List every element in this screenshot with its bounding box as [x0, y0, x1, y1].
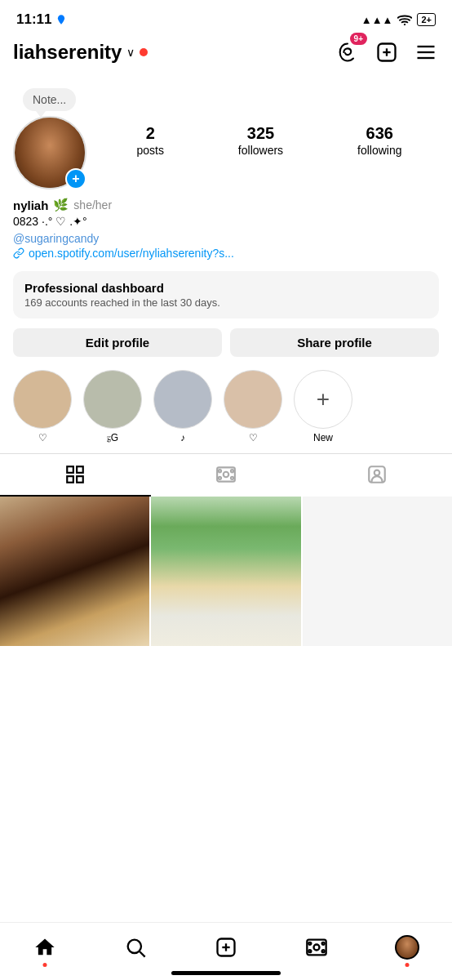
posts-count: 2 [136, 124, 163, 143]
header-icons: 9+ [335, 39, 439, 65]
dashboard-title: Professional dashboard [24, 281, 428, 295]
status-bar: 11:11 ▲▲▲ 2+ [0, 0, 452, 34]
nav-add[interactable] [206, 931, 246, 964]
header: liahserenity ∨ 9+ [0, 34, 452, 74]
search-icon [124, 936, 147, 959]
wifi-icon [397, 14, 412, 25]
followers-label: followers [238, 144, 283, 157]
bio-line1: 0823 ·.° ♡ .✦° [13, 214, 439, 230]
add-content-button[interactable] [374, 39, 400, 65]
tab-grid[interactable] [0, 454, 151, 497]
story-label-4: ♡ [249, 432, 258, 443]
spotify-url[interactable]: open.spotify.com/user/nyliahserenity?s..… [29, 247, 234, 260]
story-3[interactable]: ♪ [153, 370, 212, 443]
grid-cell-1[interactable] [0, 497, 149, 646]
photo-grid [0, 497, 452, 646]
tab-tagged[interactable] [301, 454, 452, 497]
story-new-label: New [313, 432, 333, 443]
story-label-1: ♡ [38, 432, 47, 443]
story-label-3: ♪ [180, 432, 185, 443]
dashboard-subtitle: 169 accounts reached in the last 30 days… [24, 296, 428, 309]
username-area: liahserenity ∨ [13, 41, 335, 64]
add-story-circle[interactable]: + [294, 370, 352, 429]
battery-icon: 2+ [417, 13, 436, 26]
svg-point-29 [321, 950, 324, 952]
story-new[interactable]: + New [294, 370, 352, 443]
svg-point-28 [308, 950, 311, 952]
bio-section: nyliah 🌿 she/her 0823 ·.° ♡ .✦° @sugarin… [0, 189, 452, 260]
avatar-wrap: + [13, 116, 86, 189]
status-right: ▲▲▲ 2+ [361, 13, 436, 26]
edit-profile-button[interactable]: Edit profile [13, 328, 222, 357]
status-time: 11:11 [16, 11, 67, 28]
nav-search[interactable] [115, 931, 156, 964]
grid-cell-2[interactable] [151, 497, 300, 646]
story-2[interactable]: ᵹG [83, 370, 142, 443]
spotify-link[interactable]: open.spotify.com/user/nyliahserenity?s..… [13, 247, 439, 260]
online-status-dot [140, 48, 148, 56]
tab-reels[interactable] [151, 454, 302, 497]
story-1[interactable]: ♡ [13, 370, 72, 443]
story-circle-2[interactable] [83, 370, 142, 429]
hamburger-menu-button[interactable] [413, 39, 439, 65]
svg-point-12 [224, 471, 229, 477]
action-buttons: Edit profile Share profile [0, 318, 452, 357]
story-circle-4[interactable] [224, 370, 282, 429]
add-story-button[interactable]: + [65, 168, 86, 189]
grid-icon [64, 464, 86, 485]
svg-point-25 [313, 945, 319, 951]
hamburger-icon [414, 41, 437, 64]
reels-icon [215, 464, 237, 485]
mention-link[interactable]: @sugaringcandy [13, 232, 99, 245]
story-circle-1[interactable] [13, 370, 72, 429]
svg-point-26 [308, 942, 311, 945]
bio-emoji: 🌿 [53, 198, 69, 212]
display-name: nyliah [13, 198, 48, 212]
stories-section: ♡ ᵹG ♪ ♡ + New [0, 357, 452, 450]
profile-avatar-nav [395, 935, 419, 960]
svg-point-16 [231, 476, 233, 479]
location-icon [55, 14, 67, 25]
svg-point-13 [219, 470, 221, 472]
story-circle-3[interactable] [153, 370, 212, 429]
note-bubble[interactable]: Note... [23, 88, 76, 111]
nav-profile[interactable] [387, 931, 428, 964]
bio-mention[interactable]: @sugaringcandy [13, 232, 439, 245]
threads-button[interactable]: 9+ [335, 39, 361, 65]
svg-point-19 [128, 940, 141, 953]
story-4[interactable]: ♡ [224, 370, 282, 443]
link-icon [13, 247, 24, 259]
plus-square-icon [375, 41, 398, 64]
chevron-down-icon[interactable]: ∨ [126, 46, 135, 59]
professional-dashboard[interactable]: Professional dashboard 169 accounts reac… [13, 271, 439, 318]
following-stat[interactable]: 636 following [357, 124, 401, 158]
svg-rect-9 [68, 476, 74, 483]
svg-point-18 [374, 470, 379, 475]
home-indicator [171, 971, 281, 975]
username[interactable]: liahserenity [13, 41, 122, 64]
nav-reels[interactable] [296, 931, 337, 964]
photo-2 [151, 497, 300, 646]
note-text: Note... [33, 93, 66, 106]
svg-rect-7 [68, 466, 74, 473]
svg-line-20 [140, 951, 144, 956]
svg-point-14 [231, 470, 233, 472]
posts-label: posts [136, 144, 163, 157]
tabs-row [0, 453, 452, 497]
photo-1 [0, 497, 149, 646]
svg-point-27 [321, 942, 324, 945]
story-label-2: ᵹG [107, 432, 118, 443]
followers-stat[interactable]: 325 followers [238, 124, 283, 158]
svg-point-15 [219, 476, 221, 479]
tagged-icon [366, 464, 388, 485]
posts-stat[interactable]: 2 posts [136, 124, 163, 158]
stats-row: 2 posts 325 followers 636 following [86, 116, 439, 158]
time-display: 11:11 [16, 11, 51, 28]
nav-home[interactable] [24, 931, 65, 964]
profile-section: + 2 posts 325 followers 636 following [0, 109, 452, 189]
svg-rect-8 [77, 466, 83, 473]
svg-rect-10 [77, 476, 83, 483]
reels-nav-icon [305, 936, 328, 959]
share-profile-button[interactable]: Share profile [230, 328, 439, 357]
signal-icon: ▲▲▲ [361, 14, 393, 26]
